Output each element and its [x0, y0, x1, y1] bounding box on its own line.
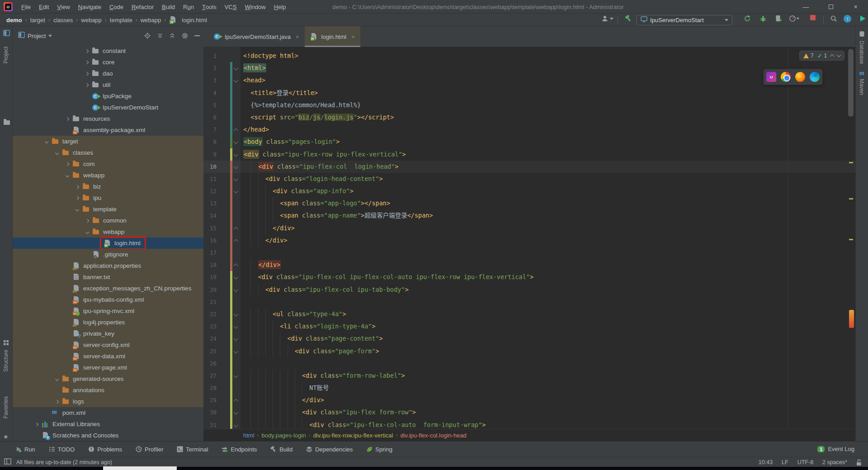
tree-item-util[interactable]: util — [13, 79, 203, 90]
chevron-closed-icon[interactable] — [82, 72, 92, 75]
code-line-3[interactable]: 3<head> — [203, 74, 855, 86]
menu-vcs[interactable]: VCS — [221, 0, 241, 14]
tree-item-logs[interactable]: logs — [13, 396, 203, 407]
tree-item-assembly-package.xml[interactable]: <>assembly-package.xml — [13, 124, 203, 136]
fold-collapse-icon[interactable] — [234, 176, 238, 181]
code-line-10[interactable]: 10 <div class="ipu-flex-col login-head"> — [203, 161, 855, 173]
inspections-widget[interactable]: 7 ✓1 — [799, 51, 844, 61]
toolwindow-terminal-button[interactable]: Terminal — [177, 446, 208, 453]
tree-item-exception_messages_zh_CN.properties[interactable]: exception_messages_zh_CN.properties — [13, 283, 203, 294]
code-line-14[interactable]: 14 <span class="app-name">超级客户端登录</span> — [203, 209, 855, 222]
code-line-24[interactable]: 24 <div class="page-content"> — [203, 332, 855, 345]
profiler-button[interactable] — [789, 15, 800, 22]
tag-breadcrumb-body.pages-login[interactable]: body.pages-login — [262, 432, 306, 439]
tree-item-application.properties[interactable]: application.properties — [13, 260, 203, 271]
code-line-26[interactable]: 26 — [203, 357, 855, 370]
run-button[interactable] — [744, 15, 751, 22]
tree-item-webapp[interactable]: webapp — [13, 226, 203, 237]
chevron-closed-icon[interactable] — [52, 400, 62, 403]
menu-view[interactable]: View — [53, 0, 74, 14]
fold-collapse-icon[interactable] — [234, 66, 238, 71]
fold-collapse-icon[interactable] — [234, 140, 238, 144]
fold-end-icon[interactable] — [234, 128, 238, 133]
previous-problem-icon[interactable] — [830, 54, 835, 59]
toolwindow-run-button[interactable]: Run — [15, 446, 35, 453]
minimize-button[interactable]: — — [793, 0, 818, 14]
code-line-31[interactable]: 31 <div class="ipu-flex-col-auto form-in… — [203, 419, 855, 429]
toolwindow-profiler-button[interactable]: Profiler — [136, 446, 163, 453]
chevron-closed-icon[interactable] — [32, 423, 42, 426]
chevron-closed-icon[interactable] — [72, 185, 82, 188]
editor-scrollbar[interactable] — [848, 49, 854, 117]
sidebar-item-maven[interactable]: Maven — [859, 79, 865, 95]
collapse-all-icon[interactable] — [169, 33, 175, 39]
chrome-icon[interactable] — [781, 72, 791, 82]
breadcrumb-classes[interactable]: classes — [53, 17, 73, 24]
tree-item-annotations[interactable]: annotations — [13, 385, 203, 396]
fold-collapse-icon[interactable] — [234, 337, 238, 341]
code-line-6[interactable]: 6 <script src="biz/js/login.js"></script… — [203, 111, 855, 123]
next-problem-icon[interactable] — [837, 53, 841, 57]
breadcrumb-demo[interactable]: demo — [6, 17, 22, 24]
chevron-open-icon[interactable] — [42, 140, 52, 143]
fold-collapse-icon[interactable] — [234, 373, 238, 378]
chevron-open-icon[interactable] — [52, 152, 62, 154]
tree-item-Scratches and Consoles[interactable]: Scratches and Consoles — [13, 430, 203, 441]
code-editor[interactable]: 1<!doctype html>2<html>3<head>4 <title>登… — [203, 47, 855, 429]
status-item[interactable]: 10:43 — [759, 459, 773, 465]
fold-collapse-icon[interactable] — [234, 423, 238, 427]
chevron-closed-icon[interactable] — [62, 163, 72, 166]
code-line-30[interactable]: 30 <div class="ipu-flex form-row"> — [203, 406, 855, 418]
fold-collapse-icon[interactable] — [234, 152, 238, 157]
fold-collapse-icon[interactable] — [234, 324, 238, 329]
tree-item-banner.txt[interactable]: banner.txt — [13, 271, 203, 283]
menu-refactor[interactable]: Refactor — [127, 0, 158, 14]
chevron-closed-icon[interactable] — [82, 84, 92, 86]
event-log-button[interactable]: 1 Event Log — [817, 441, 854, 457]
tree-item-External Libraries[interactable]: External Libraries — [13, 418, 203, 430]
tag-breadcrumb-div.ipu-flex-col.login-head[interactable]: div.ipu-flex-col.login-head — [400, 432, 466, 439]
breadcrumb-webapp[interactable]: webapp — [81, 17, 102, 24]
toolwindow-problems-button[interactable]: Problems — [88, 446, 122, 453]
warning-stripe-mark[interactable] — [849, 162, 853, 163]
close-button[interactable]: × — [843, 0, 868, 14]
warning-stripe-mark[interactable] — [849, 239, 853, 240]
warning-stripe-mark[interactable] — [849, 198, 853, 199]
chevron-open-icon[interactable] — [82, 231, 92, 233]
tree-item-ipu-mybatis-config.xml[interactable]: <>ipu-mybatis-config.xml — [13, 294, 203, 305]
tree-item-resources[interactable]: resources — [13, 113, 203, 124]
fold-collapse-icon[interactable] — [234, 189, 238, 194]
tree-item-common[interactable]: common — [13, 215, 203, 226]
run-configuration-select[interactable]: IpuServerDemoStart — [637, 15, 732, 25]
breadcrumb-template[interactable]: template — [110, 17, 132, 24]
code-line-2[interactable]: 2<html> — [203, 62, 855, 74]
tree-item-login.html[interactable]: Hlogin.html — [13, 237, 203, 249]
tree-item-webapp[interactable]: webapp — [13, 170, 203, 181]
fold-collapse-icon[interactable] — [234, 164, 238, 169]
tree-item-server-page.xml[interactable]: <>server-page.xml — [13, 362, 203, 373]
toolwindow-build-button[interactable]: Build — [270, 446, 292, 453]
code-line-28[interactable]: 28 NT账号 — [203, 382, 855, 394]
tag-breadcrumb-html[interactable]: html — [243, 432, 255, 439]
code-line-22[interactable]: 22 <ul class="type-4a"> — [203, 308, 855, 320]
status-item[interactable]: 2 spaces* — [822, 459, 847, 465]
tree-item-dao[interactable]: dao — [13, 68, 203, 79]
tree-item-.gitignore[interactable]: .gitignore — [13, 249, 203, 260]
chevron-open-icon[interactable] — [62, 174, 72, 177]
code-line-20[interactable]: 20 <div class="ipu-flex-col ipu-tab-body… — [203, 284, 855, 296]
menu-run[interactable]: Run — [179, 0, 198, 14]
tree-item-IpuServerDemoStart[interactable]: CIpuServerDemoStart — [13, 102, 203, 113]
idea-icon[interactable]: IJ — [766, 72, 776, 82]
tab-IpuServerDemoStart.java[interactable]: CIpuServerDemoStart.java× — [208, 26, 305, 47]
code-line-7[interactable]: 7</head> — [203, 123, 855, 136]
toolwindow-endpoints-button[interactable]: Endpoints — [222, 446, 257, 453]
fold-end-icon[interactable] — [234, 227, 238, 231]
build-button[interactable] — [625, 15, 632, 22]
firefox-icon[interactable] — [795, 72, 805, 82]
chevron-closed-icon[interactable] — [62, 118, 72, 120]
menu-code[interactable]: Code — [105, 0, 127, 14]
ide-update-button[interactable]: ↑ — [844, 15, 851, 23]
menu-edit[interactable]: Edit — [35, 0, 53, 14]
tool-window-switcher-icon[interactable] — [4, 458, 11, 466]
menu-tools[interactable]: Tools — [198, 0, 221, 14]
